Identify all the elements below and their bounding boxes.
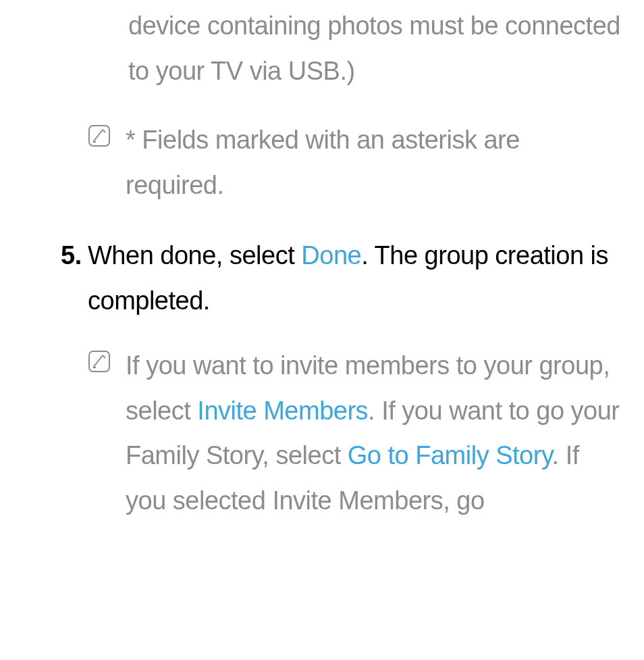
note-asterisk-text: * Fields marked with an asterisk are req… xyxy=(126,126,520,199)
goto-family-story-link[interactable]: Go to Family Story xyxy=(348,441,552,469)
fragment-usb-text: device containing photos must be connect… xyxy=(88,3,624,93)
svg-rect-0 xyxy=(89,126,109,146)
note-asterisk-block: * Fields marked with an asterisk are req… xyxy=(88,118,624,207)
done-link[interactable]: Done xyxy=(301,241,361,270)
step-5-row: 5. When done, select Done. The group cre… xyxy=(88,233,624,323)
svg-rect-1 xyxy=(89,351,109,372)
note-invite-block: If you want to invite members to your gr… xyxy=(88,343,624,523)
invite-members-link[interactable]: Invite Members xyxy=(197,397,368,425)
step-5-number: 5. xyxy=(61,233,82,278)
fragment-text: device containing photos must be connect… xyxy=(128,11,620,85)
note-icon xyxy=(88,124,111,147)
step-5-pre: When done, select xyxy=(88,241,301,270)
note-icon xyxy=(88,350,111,373)
